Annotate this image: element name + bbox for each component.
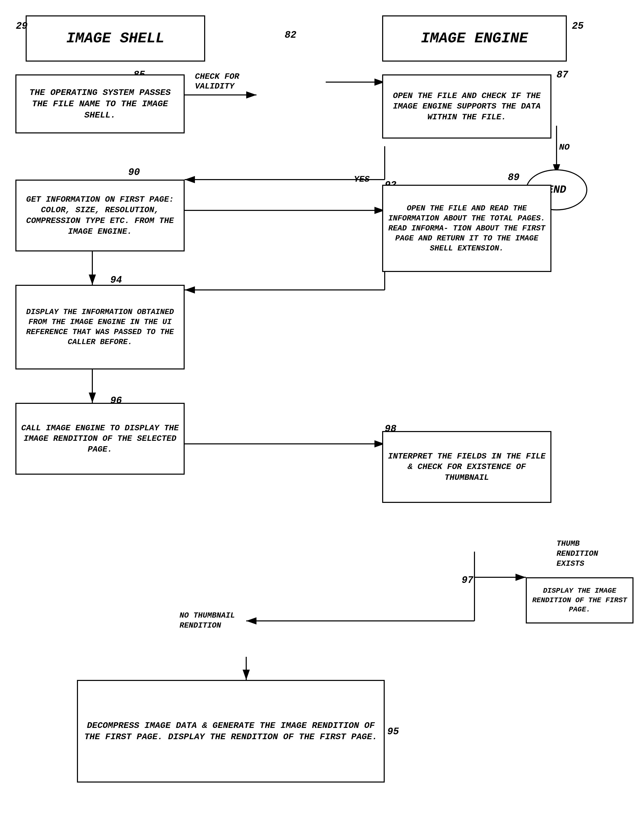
- label-82: 82: [285, 29, 296, 40]
- diagram-container: IMAGE SHELL 29 IMAGE ENGINE 25 82 85 CHE…: [0, 0, 644, 820]
- no-thumbnail-label: NO THUMBNAIL RENDITION: [179, 611, 239, 631]
- open-read-box: OPEN THE FILE AND READ THE INFORMATION A…: [382, 185, 551, 272]
- display-rendition-box: DISPLAY THE IMAGE RENDITION OF THE FIRST…: [526, 577, 633, 623]
- label-97: 97: [462, 575, 474, 586]
- label-29: 29: [16, 20, 28, 32]
- image-shell-header-box: IMAGE SHELL: [26, 15, 205, 61]
- call-image-engine-box: CALL IMAGE ENGINE TO DISPLAY THE IMAGE R…: [15, 403, 185, 474]
- interpret-fields-box: INTERPRET THE FIELDS IN THE FILE & CHECK…: [382, 431, 551, 503]
- display-info-box: DISPLAY THE INFORMATION OBTAINED FROM TH…: [15, 285, 185, 370]
- no-label-1: NO: [559, 143, 570, 152]
- label-25: 25: [572, 20, 584, 32]
- open-check-box: OPEN THE FILE AND CHECK IF THE IMAGE ENG…: [382, 74, 551, 138]
- label-90: 90: [128, 167, 140, 178]
- image-engine-header-box: IMAGE ENGINE: [382, 15, 567, 61]
- label-89: 89: [508, 172, 520, 183]
- check-validity-label: CHECK FOR VALIDITY: [195, 72, 256, 92]
- os-passes-box: THE OPERATING SYSTEM PASSES THE FILE NAM…: [15, 74, 185, 134]
- thumb-rendition-label: THUMB RENDITION EXISTS: [557, 539, 613, 569]
- label-95: 95: [387, 726, 399, 737]
- label-94: 94: [110, 275, 122, 286]
- label-87: 87: [557, 69, 568, 80]
- get-info-box: GET INFORMATION ON FIRST PAGE: COLOR, SI…: [15, 180, 185, 252]
- decompress-box: DECOMPRESS IMAGE DATA & GENERATE THE IMA…: [77, 680, 385, 783]
- yes-label: YES: [354, 175, 370, 184]
